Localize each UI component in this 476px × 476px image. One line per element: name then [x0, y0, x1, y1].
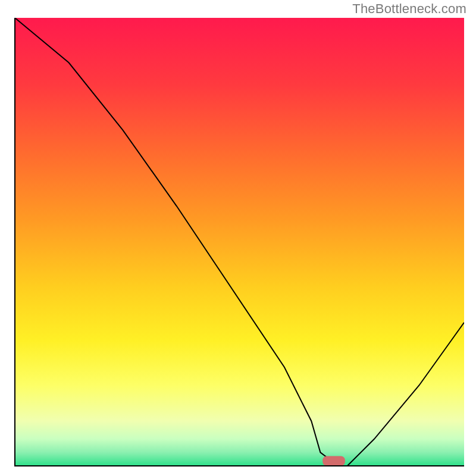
chart-container: TheBottleneck.com [0, 0, 476, 476]
gradient-background [15, 18, 464, 466]
bottleneck-chart [0, 0, 476, 476]
target-marker [322, 456, 345, 466]
